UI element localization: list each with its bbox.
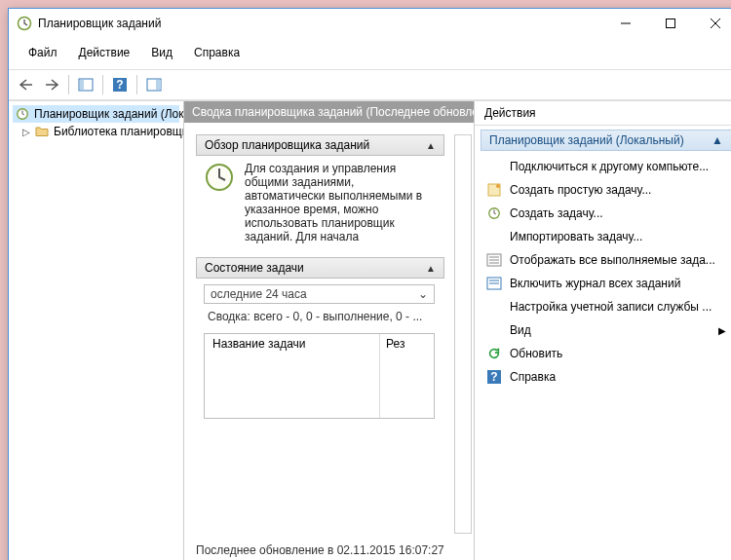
action-service-account[interactable]: Настройка учетной записи службы ... <box>481 295 731 318</box>
col-result[interactable]: Рез <box>380 334 434 418</box>
footer-text: Последнее обновление в 02.11.2015 16:07:… <box>184 536 474 560</box>
clock-icon <box>486 205 502 221</box>
tree-panel[interactable]: Планировщик заданий (Локальный) ▷ Библио… <box>9 101 184 560</box>
help-icon: ? <box>486 369 502 385</box>
blank-icon <box>486 322 502 338</box>
action-create-basic[interactable]: Создать простую задачу... <box>481 178 731 202</box>
tree-root[interactable]: Планировщик заданий (Локальный) <box>13 105 179 123</box>
state-section: Состояние задачи ▲ оследние 24 часа ⌄ Св… <box>196 257 462 419</box>
wizard-icon <box>486 182 502 198</box>
period-value: оследние 24 часа <box>211 287 307 301</box>
action-label: Настройка учетной записи службы ... <box>510 300 712 314</box>
action-label: Справка <box>510 370 556 384</box>
chevron-down-icon: ⌄ <box>418 287 428 301</box>
svg-text:?: ? <box>490 370 497 384</box>
submenu-arrow-icon: ▶ <box>718 325 726 336</box>
overview-body: Для создания и управления общими задания… <box>196 156 444 243</box>
action-enable-history[interactable]: Включить журнал всех заданий <box>481 272 731 295</box>
action-label: Отображать все выполняемые зада... <box>510 253 715 267</box>
collapse-icon[interactable]: ▲ <box>426 263 436 274</box>
overview-header[interactable]: Обзор планировщика заданий ▲ <box>196 134 444 156</box>
blank-icon <box>486 299 502 315</box>
overview-text: Для создания и управления общими задания… <box>245 162 435 243</box>
blank-icon <box>486 159 502 174</box>
menu-view[interactable]: Вид <box>141 42 182 63</box>
center-body: Обзор планировщика заданий ▲ Для создани… <box>184 123 474 536</box>
maximize-button[interactable] <box>648 9 693 38</box>
action-create-task[interactable]: Создать задачу... <box>481 202 731 225</box>
svg-rect-3 <box>80 80 84 90</box>
help-button[interactable]: ? <box>108 73 132 96</box>
history-icon <box>486 276 502 291</box>
separator <box>136 75 137 94</box>
menu-action[interactable]: Действие <box>69 42 140 63</box>
actions-panel: Действия Планировщик заданий (Локальный)… <box>475 101 731 560</box>
clock-icon <box>15 106 30 122</box>
actions-title: Действия <box>475 101 731 126</box>
period-select[interactable]: оследние 24 часа ⌄ <box>204 284 435 304</box>
actions-group-header[interactable]: Планировщик заданий (Локальный) ▲ <box>481 130 731 151</box>
tree-child-label: Библиотека планировщика <box>54 125 184 138</box>
action-label: Подключиться к другому компьюте... <box>510 160 709 173</box>
actions-group-label: Планировщик заданий (Локальный) <box>489 133 684 147</box>
folder-icon <box>34 124 50 139</box>
clock-icon <box>204 162 235 243</box>
separator <box>102 75 103 94</box>
action-help[interactable]: ? Справка <box>481 365 731 389</box>
svg-point-11 <box>496 184 500 188</box>
refresh-icon <box>486 346 502 361</box>
blank-icon <box>486 229 502 244</box>
back-button[interactable] <box>15 73 38 96</box>
clock-icon <box>17 16 32 31</box>
window-controls <box>603 9 731 38</box>
state-body: оследние 24 часа ⌄ Сводка: всего - 0, 0 … <box>196 279 444 419</box>
center-header: Сводка планировщика заданий (Последнее о… <box>184 101 474 123</box>
window: Планировщик заданий Файл Действие Вид Сп… <box>8 8 731 560</box>
forward-button[interactable] <box>40 73 63 96</box>
task-table[interactable]: Название задачи Рез <box>204 333 435 419</box>
toolbar: ? <box>9 69 731 100</box>
action-view[interactable]: Вид ▶ <box>481 318 731 342</box>
center-panel: Сводка планировщика заданий (Последнее о… <box>184 101 475 560</box>
col-name[interactable]: Название задачи <box>205 334 380 418</box>
tree-root-label: Планировщик заданий (Локальный) <box>34 107 184 121</box>
overview-title: Обзор планировщика заданий <box>205 138 369 152</box>
overview-section: Обзор планировщика заданий ▲ Для создани… <box>196 134 462 243</box>
tree-child[interactable]: ▷ Библиотека планировщика <box>13 123 179 140</box>
show-tree-button[interactable] <box>74 73 97 96</box>
action-label: Обновить <box>510 347 562 360</box>
svg-text:?: ? <box>116 78 123 92</box>
collapse-icon[interactable]: ▲ <box>426 140 436 151</box>
svg-rect-7 <box>156 80 161 90</box>
action-connect[interactable]: Подключиться к другому компьюте... <box>481 155 731 178</box>
collapse-icon: ▲ <box>712 133 723 147</box>
menubar: Файл Действие Вид Справка <box>9 38 731 69</box>
expand-icon[interactable]: ▷ <box>22 127 30 137</box>
titlebar: Планировщик заданий <box>9 9 731 38</box>
action-label: Создать простую задачу... <box>510 183 651 197</box>
close-button[interactable] <box>693 9 731 38</box>
menu-file[interactable]: Файл <box>19 42 67 63</box>
actions-list: Подключиться к другому компьюте... Созда… <box>475 155 731 389</box>
action-label: Включить журнал всех заданий <box>510 277 680 290</box>
action-label: Вид <box>510 323 531 337</box>
separator <box>68 75 69 94</box>
action-show-all[interactable]: Отображать все выполняемые зада... <box>481 248 731 272</box>
state-header[interactable]: Состояние задачи ▲ <box>196 257 444 279</box>
minimize-button[interactable] <box>603 9 648 38</box>
window-title: Планировщик заданий <box>38 17 603 30</box>
action-label: Создать задачу... <box>510 206 603 220</box>
action-label: Импортировать задачу... <box>510 230 642 243</box>
svg-rect-1 <box>667 19 675 28</box>
menu-help[interactable]: Справка <box>184 42 250 63</box>
list-icon <box>486 252 502 268</box>
panel-button[interactable] <box>142 73 166 96</box>
state-title: Состояние задачи <box>205 261 304 275</box>
summary-text: Сводка: всего - 0, 0 - выполнение, 0 - .… <box>204 304 435 333</box>
content-area: Планировщик заданий (Локальный) ▷ Библио… <box>9 100 731 560</box>
action-refresh[interactable]: Обновить <box>481 342 731 365</box>
action-import[interactable]: Импортировать задачу... <box>481 225 731 248</box>
